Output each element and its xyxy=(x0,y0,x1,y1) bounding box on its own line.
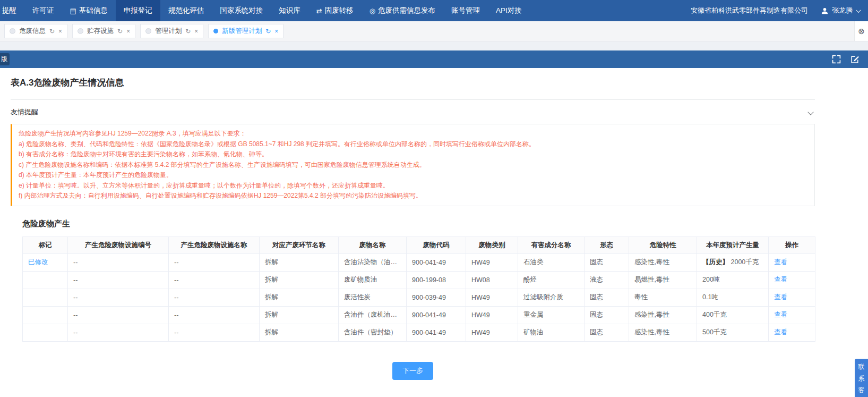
cell-facility_name: -- xyxy=(169,306,260,324)
cell-amount: 0.1吨 xyxy=(697,289,769,306)
column-header: 危险特性 xyxy=(629,236,697,254)
nav-item-10[interactable]: API对接 xyxy=(488,0,530,21)
table-row: 已修改----拆解含油沾染物（油泥...900-041-49HW49石油类固态感… xyxy=(23,254,815,271)
collapse-chevron-icon[interactable] xyxy=(807,109,813,115)
nav-item-0[interactable]: 提醒 xyxy=(0,0,24,21)
nav-item-label: 基础信息 xyxy=(79,6,108,15)
refresh-icon[interactable]: ↻ xyxy=(49,28,55,35)
reminder-line: b) 有害成分名称：危险废物中对环境有害的主要污染物名称，如苯系物、氰化物、砷等… xyxy=(19,149,808,160)
reminder-line: e) 计量单位：填写吨。以升、立方米等体积计量的，应折算成重量吨；以个数作为计量… xyxy=(19,181,808,191)
nav-item-label: 危废供需信息发布 xyxy=(378,6,435,15)
chevron-down-icon xyxy=(856,7,861,13)
view-link[interactable]: 查看 xyxy=(774,276,787,283)
view-link[interactable]: 查看 xyxy=(774,311,787,318)
cell-waste_code: 900-199-08 xyxy=(407,271,466,289)
user-name: 张龙腾 xyxy=(832,6,853,15)
cell-form: 固态 xyxy=(585,324,629,341)
nav-item-label: 国家系统对接 xyxy=(220,6,263,15)
cell-waste_code: 900-039-49 xyxy=(407,289,466,306)
cell-hazard: 感染性,毒性 xyxy=(629,306,697,324)
nav-item-label: 固废转移 xyxy=(325,6,354,15)
company-name: 安徽省柏科洪武零部件再制造有限公司 xyxy=(691,6,808,15)
close-icon[interactable]: × xyxy=(194,28,198,35)
nav-item-7[interactable]: ⇄固废转移 xyxy=(308,0,362,21)
contact-char: 系 xyxy=(858,374,865,383)
nav-item-5[interactable]: 国家系统对接 xyxy=(212,0,271,21)
cell-waste_category: HW08 xyxy=(466,271,518,289)
cell-action: 查看 xyxy=(769,324,815,341)
cell-component: 酚烃 xyxy=(518,271,585,289)
cell-waste_name: 含油沾染物（油泥... xyxy=(339,254,407,271)
next-step-button[interactable]: 下一步 xyxy=(392,362,433,380)
table-header-row: 标记产生危险废物设施编号产生危险废物设施名称对应产废环节名称废物名称废物代码废物… xyxy=(23,236,815,254)
user-menu[interactable]: 张龙腾 xyxy=(821,6,860,15)
nav-item-2[interactable]: ▤基础信息 xyxy=(62,0,116,21)
cell-mark xyxy=(23,289,68,306)
cell-hazard: 感染性,毒性 xyxy=(629,254,697,271)
cell-component: 石油类 xyxy=(518,254,585,271)
nav-item-label: 提醒 xyxy=(2,6,16,15)
cell-facility_no: -- xyxy=(68,324,169,341)
nav-item-1[interactable]: 许可证 xyxy=(24,0,62,21)
cell-facility_no: -- xyxy=(68,254,169,271)
cell-component: 重金属 xyxy=(518,306,585,324)
cell-waste_category: HW49 xyxy=(466,324,518,341)
cell-waste_category: HW49 xyxy=(466,289,518,306)
tab-0[interactable]: 危废信息↻× xyxy=(4,24,67,38)
history-badge: 【历史】 xyxy=(702,258,731,266)
column-header: 标记 xyxy=(23,236,68,254)
view-link[interactable]: 查看 xyxy=(774,293,787,301)
reminder-title: 友情提醒 xyxy=(11,107,38,117)
top-navigation-bar: 提醒许可证▤基础信息申报登记规范化评估国家系统对接知识库⇄固废转移◎危废供需信息… xyxy=(0,0,868,21)
page-title: 表A.3危险废物产生情况信息 xyxy=(11,68,815,89)
cell-hazard: 感染性,毒性 xyxy=(629,324,697,341)
cell-waste_category: HW49 xyxy=(466,254,518,271)
nav-item-6[interactable]: 知识库 xyxy=(271,0,308,21)
nav-right-area: 安徽省柏科洪武零部件再制造有限公司 张龙腾 xyxy=(691,0,868,21)
cell-facility_name: -- xyxy=(169,289,260,306)
nav-item-8[interactable]: ◎危废供需信息发布 xyxy=(362,0,443,21)
cell-hazard: 毒性 xyxy=(629,289,697,306)
view-link[interactable]: 查看 xyxy=(774,328,787,336)
tab-1[interactable]: 贮存设施↻× xyxy=(72,24,135,38)
table-row: ----拆解废矿物质油900-199-08HW08酚烃液态易燃性,毒性200吨查… xyxy=(23,271,815,289)
cell-action: 查看 xyxy=(769,306,815,324)
cell-mark xyxy=(23,324,68,341)
edit-icon[interactable] xyxy=(850,55,860,64)
section-title: 危险废物产生 xyxy=(22,219,815,229)
nav-item-label: 申报登记 xyxy=(124,6,152,15)
refresh-icon[interactable]: ↻ xyxy=(265,28,271,35)
tab-status-dot xyxy=(213,29,218,33)
fullscreen-icon[interactable] xyxy=(832,55,841,64)
refresh-icon[interactable]: ↻ xyxy=(117,28,123,35)
reminder-line: d) 本年度预计产生量：本年度预计产生的危险废物量。 xyxy=(19,170,808,181)
close-icon[interactable]: × xyxy=(58,28,62,35)
reminder-collapse-header[interactable]: 友情提醒 xyxy=(11,100,815,117)
cell-action: 查看 xyxy=(769,254,815,271)
column-header: 废物名称 xyxy=(339,236,407,254)
cell-stage: 拆解 xyxy=(260,306,339,324)
contact-support-button[interactable]: 联系客服 xyxy=(855,359,868,397)
cell-mark xyxy=(23,306,68,324)
form-header-banner: 版 xyxy=(0,50,868,68)
nav-item-4[interactable]: 规范化评估 xyxy=(160,0,212,21)
tab-status-dot xyxy=(10,28,15,34)
cell-facility_name: -- xyxy=(169,324,260,341)
refresh-icon[interactable]: ↻ xyxy=(185,28,191,35)
nav-item-9[interactable]: 账号管理 xyxy=(443,0,488,21)
tab-2[interactable]: 管理计划↻× xyxy=(140,24,203,38)
close-all-tabs-icon[interactable]: ⊗ xyxy=(854,21,868,41)
cell-component: 矿物油 xyxy=(518,324,585,341)
table-row: ----拆解含油件（密封垫）900-041-49HW49矿物油固态感染性,毒性5… xyxy=(23,324,815,341)
close-icon[interactable]: × xyxy=(126,28,130,35)
reminder-box: 危险废物产生情况填写内容参见HJ 1259—2022附录 A.3，填写应满足以下… xyxy=(11,124,815,206)
cell-action: 查看 xyxy=(769,289,815,306)
tab-3[interactable]: 新版管理计划↻× xyxy=(208,24,283,38)
contact-char: 联 xyxy=(858,362,865,371)
column-header: 形态 xyxy=(585,236,629,254)
cell-stage: 拆解 xyxy=(260,289,339,306)
view-link[interactable]: 查看 xyxy=(774,258,787,266)
reminder-line: f) 内部治理方式及去向：自行利用设施编码、自行处置设施编码和贮存设施编码依据H… xyxy=(19,191,808,201)
nav-item-3[interactable]: 申报登记 xyxy=(116,0,160,21)
close-icon[interactable]: × xyxy=(274,28,278,35)
